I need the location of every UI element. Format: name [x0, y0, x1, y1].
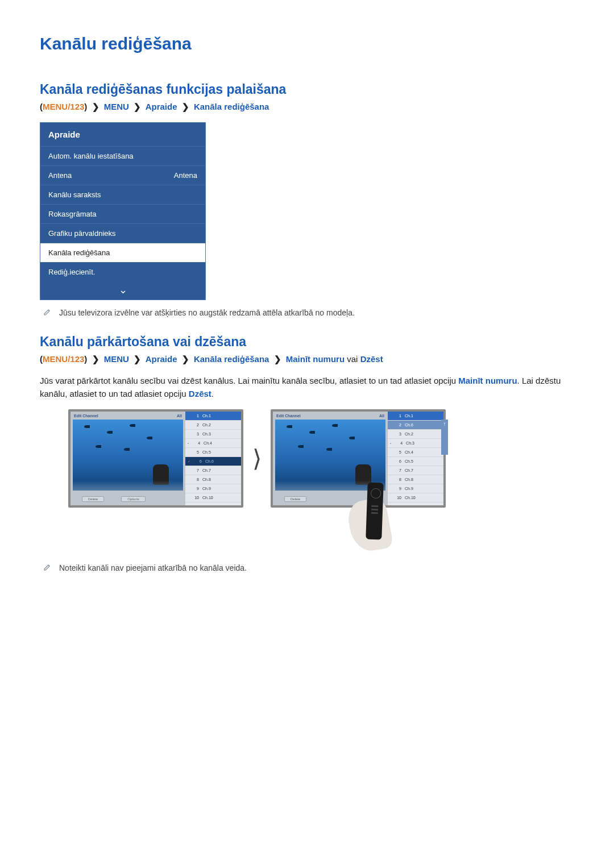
- menu-item[interactable]: Rediģ.iecienīt.: [40, 262, 205, 281]
- menu-item-label: Kanālu saraksts: [48, 190, 101, 199]
- channel-number: 6: [194, 459, 202, 463]
- chevron-right-icon: ❯: [131, 354, 143, 364]
- channel-name: Ch.10: [202, 496, 213, 500]
- channel-row[interactable]: 9Ch.9: [185, 484, 241, 493]
- channel-number: 9: [191, 487, 199, 491]
- channel-name: Ch.6: [205, 459, 214, 463]
- channel-number: 5: [393, 450, 401, 454]
- broadcast-menu-panel: Apraide Autom. kanālu iestatīšanaAntenaA…: [40, 122, 206, 300]
- channel-row[interactable]: 8Ch.8: [185, 475, 241, 484]
- menu-item-label: Rediģ.iecienīt.: [48, 268, 95, 276]
- channel-number: 3: [191, 432, 199, 436]
- crumb2-menu: MENU: [104, 354, 129, 364]
- channel-row[interactable]: •4Ch.4: [185, 439, 241, 448]
- crumb-menu123: MENU/123: [43, 102, 84, 111]
- menu-item[interactable]: Kanālu saraksts: [40, 185, 205, 204]
- channel-name: Ch.8: [405, 477, 413, 481]
- tv-header-left: Edit Channel: [74, 414, 98, 418]
- delete-button[interactable]: Delete: [284, 496, 306, 502]
- menu-item[interactable]: Kanāla rediģēšana: [40, 243, 205, 262]
- move-up-indicator: ↑: [441, 420, 448, 455]
- channel-number: 6: [393, 459, 401, 463]
- chevron-right-icon: ❯: [180, 354, 192, 364]
- channel-number: 4: [192, 441, 200, 445]
- tv-before: Edit Channel All Delete Options 1Ch.12Ch…: [68, 409, 243, 508]
- channel-row[interactable]: 1Ch.1: [185, 412, 241, 421]
- channel-row[interactable]: 6Ch.5: [388, 457, 443, 466]
- channel-number: 1: [191, 414, 199, 418]
- channel-name: Ch.7: [405, 468, 413, 472]
- tv-screenshots-row: Edit Channel All Delete Options 1Ch.12Ch…: [68, 409, 574, 508]
- note-text: Jūsu televizora izvēlne var atšķirties n…: [59, 308, 355, 317]
- chevron-down-icon: ⌄: [40, 281, 205, 300]
- section2-body: Jūs varat pārkārtot kanālu secību vai dz…: [40, 375, 574, 400]
- channel-number: 2: [191, 423, 199, 427]
- channel-name: Ch.10: [405, 496, 416, 500]
- remote-hand-illustration: [355, 483, 401, 551]
- crumb-menu: MENU: [104, 102, 129, 111]
- channel-row[interactable]: 3Ch.3: [185, 430, 241, 439]
- channel-row[interactable]: ✓6Ch.6: [185, 457, 241, 466]
- channel-name: Ch.6: [405, 423, 413, 427]
- channel-row[interactable]: •4Ch.3: [388, 439, 443, 448]
- pencil-icon: [43, 308, 51, 316]
- crumb2-delete: Dzēst: [360, 354, 383, 364]
- delete-button[interactable]: Delete: [82, 496, 104, 502]
- channel-marker: •: [188, 442, 189, 445]
- em-delete: Dzēst: [189, 389, 211, 398]
- menu-item[interactable]: AntenaAntena: [40, 165, 205, 185]
- channel-row[interactable]: 2Ch.6: [388, 421, 443, 430]
- channel-name: Ch.9: [405, 487, 413, 491]
- channel-number: 4: [395, 441, 403, 445]
- crumb2-or: vai: [347, 354, 358, 364]
- tv-header-left: Edit Channel: [276, 414, 301, 418]
- channel-name: Ch.9: [202, 487, 211, 491]
- ocean-scene: [275, 420, 385, 491]
- channel-row[interactable]: 7Ch.7: [388, 466, 443, 475]
- channel-number: 1: [393, 414, 401, 418]
- channel-number: 8: [191, 477, 199, 481]
- menu-item-label: Rokasgrāmata: [48, 210, 97, 218]
- menu-item[interactable]: Grafiku pārvaldnieks: [40, 223, 205, 243]
- menu-item[interactable]: Autom. kanālu iestatīšana: [40, 146, 205, 165]
- channel-name: Ch.4: [204, 441, 212, 445]
- channel-row[interactable]: 5Ch.5: [185, 448, 241, 457]
- crumb-edit: Kanāla rediģēšana: [194, 102, 269, 111]
- channel-number: 5: [191, 450, 199, 454]
- tv-header-right: All: [379, 414, 384, 418]
- crumb-apraide: Apraide: [146, 102, 177, 111]
- channel-row[interactable]: 2Ch.2: [185, 421, 241, 430]
- channel-marker: •: [390, 442, 391, 445]
- channel-name: Ch.3: [202, 432, 211, 436]
- channel-number: 3: [393, 432, 401, 436]
- channel-name: Ch.3: [406, 441, 414, 445]
- channel-row[interactable]: 5Ch.4: [388, 448, 443, 457]
- channel-row[interactable]: 7Ch.7: [185, 466, 241, 475]
- section1-heading: Kanāla rediģēšanas funkcijas palaišana: [40, 82, 574, 97]
- page-title: Kanālu rediģēšana: [40, 34, 574, 53]
- section2-heading: Kanālu pārkārtošana vai dzēšana: [40, 334, 574, 350]
- crumb2-edit: Kanāla rediģēšana: [194, 354, 269, 364]
- channel-row[interactable]: 10Ch.10: [185, 493, 241, 502]
- channel-number: 2: [393, 423, 401, 427]
- note-text: Noteikti kanāli nav pieejami atkarībā no…: [59, 563, 247, 572]
- channel-row[interactable]: 1Ch.1: [388, 412, 443, 421]
- channel-row[interactable]: 3Ch.2: [388, 430, 443, 439]
- crumb2-apraide: Apraide: [146, 354, 177, 364]
- menu-item-label: Kanāla rediģēšana: [48, 248, 110, 257]
- em-change-number: Mainīt numuru: [458, 376, 517, 385]
- channel-name: Ch.1: [405, 414, 413, 418]
- channel-name: Ch.2: [202, 423, 211, 427]
- options-button[interactable]: Options: [121, 496, 146, 502]
- chevron-right-icon: ❯: [90, 354, 102, 364]
- breadcrumb-2: (MENU/123) ❯ MENU ❯ Apraide ❯ Kanāla red…: [40, 354, 574, 364]
- remote-icon: [366, 483, 383, 540]
- t3: .: [211, 389, 214, 398]
- chevron-right-icon: ❯: [131, 102, 143, 111]
- channel-number: 10: [191, 496, 199, 500]
- menu-item-label: Antena: [48, 171, 72, 180]
- chevron-right-icon: ❯: [272, 354, 284, 364]
- menu-item[interactable]: Rokasgrāmata: [40, 204, 205, 223]
- channel-name: Ch.2: [405, 432, 413, 436]
- chevron-right-icon: ❯: [90, 102, 102, 111]
